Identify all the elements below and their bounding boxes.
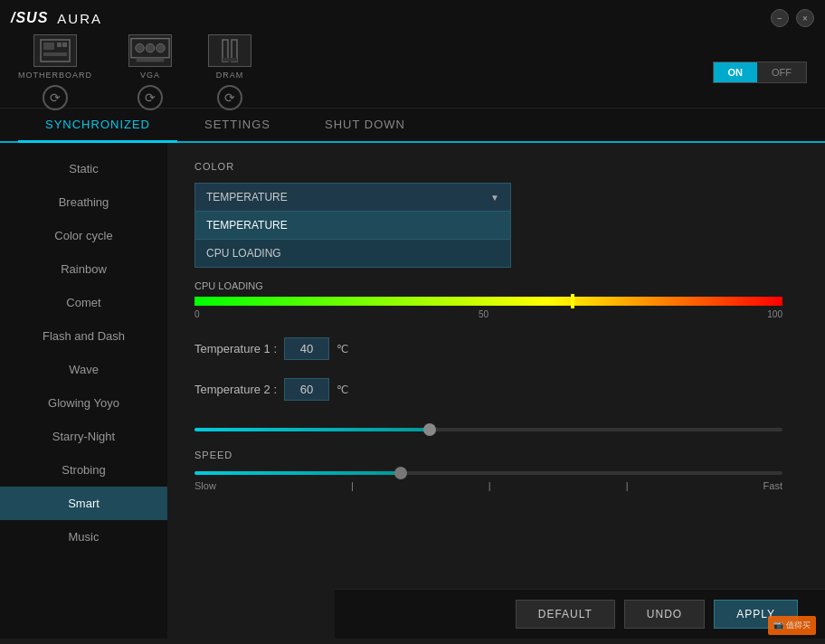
device-bar: MOTHERBOARD VGA (0, 36, 825, 109)
sidebar-item-strobing[interactable]: Strobing (0, 453, 167, 487)
dropdown-selected-text: TEMPERATURE (206, 191, 288, 204)
bottom-bar: DEFAULT UNDO APPLY (335, 589, 825, 639)
sidebar-item-smart[interactable]: Smart (0, 487, 167, 520)
speed-tick-1: | (351, 480, 354, 491)
dram-icon-box (208, 34, 251, 67)
svg-rect-2 (57, 43, 62, 47)
cpu-loading-slider-track[interactable] (194, 297, 782, 306)
slider-scale: 0 50 100 (194, 309, 782, 319)
sidebar-item-static[interactable]: Static (0, 152, 167, 185)
temp2-unit: ℃ (337, 384, 348, 396)
svg-point-7 (146, 43, 155, 52)
sidebar-item-breathing[interactable]: Breathing (0, 185, 167, 219)
sidebar-item-comet[interactable]: Comet (0, 286, 167, 319)
sidebar-item-wave[interactable]: Wave (0, 353, 167, 386)
vga-sync-icon (138, 85, 163, 110)
dropdown-option-temperature[interactable]: TEMPERATURE (194, 212, 511, 240)
dropdown-container: TEMPERATURE ▼ TEMPERATURE CPU LOADING (194, 183, 798, 268)
device-item-motherboard[interactable]: MOTHERBOARD (18, 34, 92, 110)
speed-section: SPEED Slow | | | Fast (194, 450, 798, 491)
toggle-on-button[interactable]: ON (714, 62, 758, 82)
titlebar-left: /SUS AURA (11, 10, 102, 26)
motherboard-icon-box (33, 34, 77, 67)
temp2-input[interactable] (284, 378, 329, 401)
dram-label: DRAM (216, 71, 244, 80)
main-content: Static Breathing Color cycle Rainbow Com… (0, 143, 825, 639)
speed-fast-label: Fast (763, 480, 782, 491)
svg-rect-3 (62, 43, 67, 47)
svg-rect-4 (43, 52, 67, 56)
dropdown-arrow-icon: ▼ (490, 193, 499, 203)
watermark-icon: 📷 (773, 620, 783, 630)
speed-slow-label: Slow (194, 480, 216, 491)
speed-slider-fill-2 (194, 471, 401, 475)
svg-point-6 (136, 43, 145, 52)
minimize-button[interactable]: − (771, 9, 789, 27)
svg-rect-9 (137, 57, 165, 62)
sidebar-item-starry-night[interactable]: Starry-Night (0, 420, 167, 453)
default-button[interactable]: DEFAULT (516, 600, 615, 629)
scale-max: 100 (767, 309, 782, 319)
speed-slider-thumb[interactable] (423, 423, 436, 436)
asus-logo: /SUS (11, 10, 48, 26)
motherboard-label: MOTHERBOARD (18, 71, 92, 80)
speed-tick-3: | (626, 480, 629, 491)
undo-button[interactable]: UNDO (624, 600, 705, 629)
color-dropdown[interactable]: TEMPERATURE ▼ (194, 183, 511, 212)
watermark: 📷 值得买 (768, 616, 816, 635)
speed-slider-track[interactable] (194, 428, 782, 431)
color-section-label: COLOR (194, 161, 798, 172)
sidebar-item-music[interactable]: Music (0, 520, 167, 554)
toggle-off-button[interactable]: OFF (757, 62, 806, 82)
svg-rect-1 (43, 43, 54, 50)
close-button[interactable]: × (796, 9, 814, 27)
dropdown-option-cpu-loading[interactable]: CPU LOADING (194, 240, 511, 268)
speed-slider-thumb-2[interactable] (394, 467, 407, 479)
motherboard-icon (39, 38, 71, 63)
app-title: AURA (57, 11, 102, 26)
temp2-row: Temperature 2 : ℃ (194, 378, 798, 401)
main-tabs: SYNCHRONIZED SETTINGS SHUT DOWN (0, 109, 825, 143)
speed-section-label: SPEED (194, 450, 798, 460)
temp1-input[interactable] (284, 337, 329, 360)
speed-tick-2: | (488, 480, 491, 491)
device-item-vga[interactable]: VGA (128, 34, 172, 110)
tab-synchronized[interactable]: SYNCHRONIZED (18, 109, 177, 143)
watermark-text: 值得买 (786, 620, 811, 630)
scale-mid: 50 (479, 309, 488, 319)
titlebar: /SUS AURA − × (0, 0, 825, 36)
motherboard-sync-icon (43, 85, 68, 110)
on-off-toggle[interactable]: ON OFF (713, 62, 808, 83)
temp1-unit: ℃ (337, 343, 348, 355)
vga-icon-box (128, 34, 172, 67)
dram-sync-icon (217, 85, 242, 110)
svg-point-8 (156, 43, 166, 52)
sidebar: Static Breathing Color cycle Rainbow Com… (0, 143, 167, 639)
sidebar-item-color-cycle[interactable]: Color cycle (0, 219, 167, 252)
svg-rect-12 (223, 58, 237, 62)
speed-slider-fill (194, 428, 430, 431)
tab-settings[interactable]: SETTINGS (177, 109, 298, 141)
vga-label: VGA (140, 71, 160, 80)
device-item-dram[interactable]: DRAM (208, 34, 251, 110)
device-icons: MOTHERBOARD VGA (18, 34, 251, 110)
temp2-label: Temperature 2 : (194, 383, 277, 396)
tab-shutdown[interactable]: SHUT DOWN (298, 109, 432, 141)
temp1-row: Temperature 1 : ℃ (194, 337, 798, 360)
right-panel: COLOR TEMPERATURE ▼ TEMPERATURE CPU LOAD… (167, 143, 825, 639)
speed-label-row: Slow | | | Fast (194, 480, 782, 491)
dram-icon (213, 38, 246, 63)
sidebar-item-glowing-yoyo[interactable]: Glowing Yoyo (0, 386, 167, 420)
vga-icon (129, 34, 171, 67)
scale-min: 0 (194, 309, 200, 319)
cpu-loading-label: CPU LOADING (194, 280, 798, 291)
cpu-loading-slider-thumb[interactable] (571, 294, 574, 308)
titlebar-controls: − × (771, 9, 814, 27)
speed-slider-track-2[interactable] (194, 471, 782, 475)
temp1-label: Temperature 1 : (194, 342, 277, 355)
sidebar-item-flash-and-dash[interactable]: Flash and Dash (0, 319, 167, 353)
sidebar-item-rainbow[interactable]: Rainbow (0, 252, 167, 286)
